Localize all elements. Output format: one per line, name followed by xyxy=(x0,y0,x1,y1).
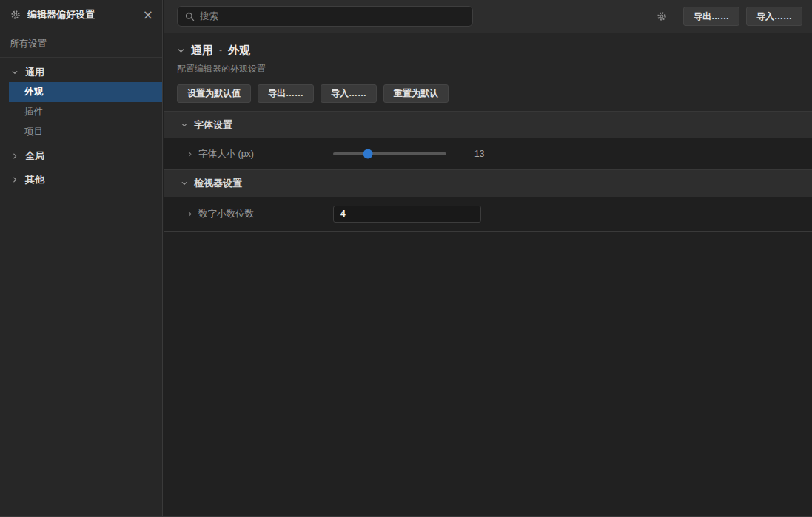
set-default-button[interactable]: 设置为默认值 xyxy=(177,84,251,103)
topbar-export-button[interactable]: 导出…… xyxy=(683,7,739,26)
window-title: 编辑器偏好设置 xyxy=(27,8,95,21)
sidebar-header: 编辑器偏好设置 × xyxy=(0,0,162,30)
font-size-slider-thumb[interactable] xyxy=(363,149,373,159)
search-box[interactable] xyxy=(177,6,473,27)
reset-default-button[interactable]: 重置为默认 xyxy=(383,84,449,103)
topbar: 导出…… 导入…… xyxy=(164,0,812,33)
tree-category-global[interactable]: 全局 xyxy=(0,146,162,166)
section-title: 检视器设置 xyxy=(194,177,242,190)
page-description: 配置编辑器的外观设置 xyxy=(177,63,799,75)
chevron-right-icon[interactable] xyxy=(187,151,193,158)
tree-category-label: 全局 xyxy=(25,149,44,163)
chevron-right-icon[interactable] xyxy=(187,211,193,217)
tree-item-project[interactable]: 项目 xyxy=(0,122,162,142)
chevron-down-icon xyxy=(181,180,188,187)
search-icon xyxy=(185,12,195,21)
import-button[interactable]: 导入…… xyxy=(321,84,377,103)
chevron-down-icon xyxy=(11,69,19,76)
preferences-main: 导出…… 导入…… 通用 - 外观 配置编辑器的外观设置 设置为默认值 导出……… xyxy=(164,0,812,517)
tree-item-appearance[interactable]: 外观 xyxy=(9,82,162,102)
breadcrumb-separator: - xyxy=(219,45,222,55)
tree-item-plugins[interactable]: 插件 xyxy=(0,102,162,122)
settings-gear-icon[interactable] xyxy=(657,11,667,21)
setting-label: 字体大小 (px) xyxy=(198,148,254,160)
chevron-right-icon xyxy=(11,176,19,183)
setting-row-decimal-places: 数字小数位数 xyxy=(164,197,812,232)
page-actions: 设置为默认值 导出…… 导入…… 重置为默认 xyxy=(177,84,799,103)
chevron-down-icon xyxy=(181,121,188,129)
breadcrumb-category: 通用 xyxy=(191,44,213,58)
setting-label: 数字小数位数 xyxy=(198,208,254,220)
tree-item-label: 外观 xyxy=(24,86,43,98)
all-settings-label[interactable]: 所有设置 xyxy=(0,30,162,58)
breadcrumb: 通用 - 外观 xyxy=(177,42,799,58)
tree-category-label: 其他 xyxy=(25,173,44,186)
close-icon[interactable]: × xyxy=(143,9,153,21)
preferences-sidebar: 编辑器偏好设置 × 所有设置 通用 外观 插件 项目 全局 xyxy=(0,0,163,517)
settings-tree: 通用 外观 插件 项目 全局 其他 xyxy=(0,58,162,189)
setting-label-group: 数字小数位数 xyxy=(187,208,333,220)
setting-label-group: 字体大小 (px) xyxy=(187,148,333,160)
tree-category-label: 通用 xyxy=(25,66,44,79)
gear-icon xyxy=(10,10,21,20)
tree-category-general[interactable]: 通用 xyxy=(0,62,162,82)
section-inspector-settings[interactable]: 检视器设置 xyxy=(164,169,812,197)
tree-category-other[interactable]: 其他 xyxy=(0,169,162,189)
chevron-down-icon[interactable] xyxy=(177,47,185,55)
topbar-import-button[interactable]: 导入…… xyxy=(746,7,802,26)
export-button[interactable]: 导出…… xyxy=(258,84,314,103)
page-header: 通用 - 外观 配置编辑器的外观设置 设置为默认值 导出…… 导入…… 重置为默… xyxy=(164,33,812,111)
tree-item-label: 插件 xyxy=(24,106,43,118)
tree-item-label: 项目 xyxy=(24,126,43,138)
chevron-right-icon xyxy=(11,152,19,160)
search-input[interactable] xyxy=(200,11,465,21)
font-size-slider[interactable] xyxy=(333,152,446,155)
page-title: 外观 xyxy=(228,44,250,58)
setting-row-font-size: 字体大小 (px) 13 xyxy=(164,138,812,169)
font-size-value: 13 xyxy=(474,149,484,159)
section-font-settings[interactable]: 字体设置 xyxy=(164,111,812,138)
decimal-places-input[interactable] xyxy=(333,206,481,223)
section-title: 字体设置 xyxy=(194,118,232,132)
